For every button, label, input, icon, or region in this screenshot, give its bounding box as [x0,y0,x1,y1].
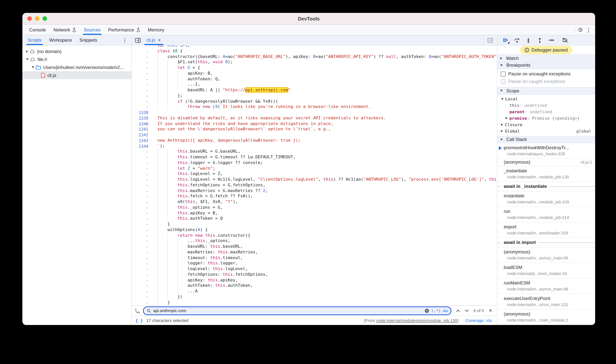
tree-item[interactable]: Users/jinhuilee/.nvm/versions/node/v2... [22,63,131,71]
line-gutter[interactable]: - [132,171,151,177]
line-gutter[interactable]: - [132,166,151,171]
line-gutter[interactable]: - [132,227,151,233]
line-gutter[interactable]: - [132,283,151,289]
tab-performance[interactable]: Performance [104,25,144,35]
more-options-icon[interactable]: ⋮ [586,27,591,32]
line-gutter[interactable]: 1338 [132,110,151,116]
scope-row[interactable]: Closure [497,121,595,128]
call-stack-frame[interactable]: loadESMnode:internal/p.../esm_loader:34 [497,263,595,278]
line-gutter[interactable]: - [132,49,151,54]
step-out-button[interactable] [535,36,544,44]
call-stack-frame[interactable]: runnode:internal/m...module_job:214 [497,207,595,222]
line-gutter[interactable]: - [132,60,151,65]
call-stack-frame[interactable]: _instantiatenode:internal/m...module_job… [497,166,595,182]
line-gutter[interactable]: - [132,221,151,227]
watch-section-header[interactable]: Watch [497,55,595,62]
deactivate-breakpoints-icon[interactable] [561,36,570,44]
code-editor[interactable]: var Xs0, $F1;-class $8 {-constructor({ba… [132,45,497,305]
tab-network[interactable]: Network [50,25,80,35]
editor-tab-clijs[interactable]: cli.js ✕ [143,35,164,45]
source-origin-link[interactable]: node:internal/modules/esm/module_job:130 [376,318,457,323]
line-gutter[interactable]: - [132,65,151,71]
tree-item[interactable]: cli.js [22,71,131,79]
line-gutter[interactable]: - [132,294,151,300]
line-gutter[interactable]: - [132,88,151,93]
step-over-button[interactable] [512,36,521,44]
line-gutter[interactable]: - [132,266,151,272]
line-gutter[interactable]: - [132,205,151,211]
line-gutter[interactable]: - [132,250,151,255]
line-gutter[interactable]: - [132,155,151,160]
regex-toggle[interactable]: (.*) [432,309,441,313]
call-stack-frame[interactable]: promiseInitHookWithDestroyTr...node:inte… [497,143,595,159]
scope-row[interactable]: Local [497,96,595,102]
pretty-print-icon[interactable]: { } [135,318,143,323]
scope-row[interactable]: parent: undefined [497,108,595,115]
callstack-section-header[interactable]: Call Stack [497,136,595,143]
line-gutter[interactable]: - [132,277,151,283]
navigator-more-icon[interactable]: ⋮ [122,35,131,45]
line-gutter[interactable]: - [132,216,151,222]
resume-script-button[interactable] [501,36,510,44]
tab-sources[interactable]: Sources [80,25,104,35]
line-gutter[interactable] [132,45,151,49]
line-gutter[interactable]: - [132,199,151,205]
line-gutter[interactable]: 1344 [132,143,151,149]
line-gutter[interactable]: - [132,289,151,294]
call-stack-frame[interactable]: executeUserEntryPointnode:internal/m...s… [497,294,595,310]
line-gutter[interactable]: - [132,76,151,82]
navigator-tab-snippets[interactable]: Snippets [76,35,101,45]
step-button[interactable] [546,36,556,44]
call-stack-frame[interactable]: runMainESMnode:internal/m...es/run_main:… [497,278,595,294]
breakpoints-section-header[interactable]: Breakpoints [497,62,595,69]
line-gutter[interactable]: - [132,93,151,99]
line-gutter[interactable]: - [132,210,151,216]
next-match-icon[interactable] [465,309,469,312]
call-stack-frame[interactable]: importnode:internal/m...esm/loader:329 [497,222,595,238]
show-debugger-icon[interactable] [483,35,497,45]
navigator-tab-scripts[interactable]: Scripts [24,35,45,45]
line-gutter[interactable]: - [132,160,151,166]
step-into-button[interactable] [524,36,533,44]
call-stack-frame[interactable]: instantiatenode:internal/m...module_job:… [497,191,595,207]
tree-item[interactable]: file:// [22,55,131,63]
line-gutter[interactable]: - [132,54,151,60]
hide-navigator-icon[interactable] [132,35,143,45]
match-case-toggle[interactable]: Aa [443,308,448,313]
tab-close-icon[interactable]: ✕ [158,38,161,43]
previous-match-icon[interactable] [456,309,460,312]
search-input-box[interactable]: ✕ (.*) Aa [143,306,452,315]
line-gutter[interactable]: 1342 [132,132,151,138]
line-gutter[interactable]: - [132,233,151,238]
search-input[interactable] [153,308,425,313]
line-gutter[interactable]: - [132,188,151,194]
scope-section-header[interactable]: Scope [497,87,595,94]
line-gutter[interactable]: - [132,238,151,244]
line-gutter[interactable]: 1343 [132,138,151,143]
line-gutter[interactable]: - [132,261,151,266]
clear-search-icon[interactable]: ✕ [425,309,429,313]
line-gutter[interactable]: - [132,82,151,88]
replace-toggle-icon[interactable]: AB [135,308,140,313]
line-gutter[interactable]: 1339 [132,116,151,121]
line-gutter[interactable]: - [132,272,151,278]
line-gutter[interactable]: - [132,255,151,261]
call-stack-frame[interactable]: (anonymous)node:internal/m...es/run_main… [497,247,595,263]
checkbox[interactable] [501,71,506,76]
scope-row[interactable]: promise: Promise {<pending>} [497,115,595,121]
tree-item[interactable]: (no domain) [22,47,131,55]
line-gutter[interactable]: 1341 [132,127,151,132]
scope-row[interactable]: this: undefined [497,102,595,108]
navigator-tab-workspace[interactable]: Workspace [45,35,76,45]
line-gutter[interactable]: - [132,104,151,110]
scope-row[interactable]: Globalglobal [497,128,595,134]
line-gutter[interactable]: - [132,244,151,250]
line-gutter[interactable]: - [132,99,151,104]
line-gutter[interactable]: - [132,182,151,188]
line-gutter[interactable]: - [132,300,151,305]
coverage-link[interactable]: Coverage: n/a [465,318,491,323]
settings-gear-icon[interactable]: ⚙ [578,27,583,33]
tab-console[interactable]: Console [25,25,50,35]
line-gutter[interactable]: 1340 [132,121,151,127]
line-gutter[interactable]: - [132,194,151,199]
